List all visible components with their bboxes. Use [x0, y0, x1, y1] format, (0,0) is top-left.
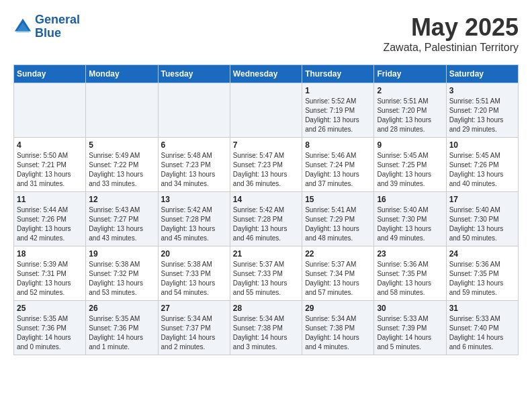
- calendar-cell: 15Sunrise: 5:41 AM Sunset: 7:29 PM Dayli…: [302, 192, 374, 246]
- day-number: 11: [17, 195, 83, 204]
- day-detail: Sunrise: 5:52 AM Sunset: 7:19 PM Dayligh…: [305, 97, 371, 134]
- day-detail: Sunrise: 5:34 AM Sunset: 7:37 PM Dayligh…: [161, 314, 227, 352]
- day-detail: Sunrise: 5:51 AM Sunset: 7:20 PM Dayligh…: [449, 97, 515, 134]
- page-header: General Blue May 2025 Zawata, Palestinia…: [13, 13, 519, 54]
- logo-icon: [13, 17, 32, 36]
- day-detail: Sunrise: 5:45 AM Sunset: 7:25 PM Dayligh…: [377, 151, 443, 189]
- calendar-cell: 8Sunrise: 5:46 AM Sunset: 7:24 PM Daylig…: [302, 138, 374, 192]
- day-number: 31: [449, 304, 515, 313]
- day-number: 3: [449, 86, 515, 95]
- day-number: 24: [449, 249, 515, 259]
- calendar-cell: 16Sunrise: 5:40 AM Sunset: 7:30 PM Dayli…: [374, 192, 446, 246]
- calendar-cell: 3Sunrise: 5:51 AM Sunset: 7:20 PM Daylig…: [446, 83, 518, 138]
- calendar-cell: [158, 83, 230, 138]
- calendar-cell: 18Sunrise: 5:39 AM Sunset: 7:31 PM Dayli…: [14, 246, 86, 301]
- day-number: 1: [305, 86, 371, 95]
- day-number: 12: [89, 195, 154, 204]
- day-detail: Sunrise: 5:40 AM Sunset: 7:30 PM Dayligh…: [449, 205, 515, 243]
- day-number: 5: [89, 140, 154, 150]
- day-number: 23: [377, 249, 443, 259]
- calendar-cell: 24Sunrise: 5:36 AM Sunset: 7:35 PM Dayli…: [446, 246, 518, 301]
- day-number: 21: [233, 249, 299, 259]
- day-header-wednesday: Wednesday: [230, 65, 302, 83]
- week-row-4: 18Sunrise: 5:39 AM Sunset: 7:31 PM Dayli…: [14, 246, 519, 301]
- calendar-cell: 11Sunrise: 5:44 AM Sunset: 7:26 PM Dayli…: [14, 192, 86, 246]
- calendar-cell: 1Sunrise: 5:52 AM Sunset: 7:19 PM Daylig…: [302, 83, 374, 138]
- day-detail: Sunrise: 5:34 AM Sunset: 7:38 PM Dayligh…: [305, 314, 371, 352]
- day-detail: Sunrise: 5:47 AM Sunset: 7:23 PM Dayligh…: [233, 151, 299, 189]
- day-number: 4: [17, 140, 83, 150]
- day-number: 14: [233, 195, 299, 204]
- calendar-cell: 21Sunrise: 5:37 AM Sunset: 7:33 PM Dayli…: [230, 246, 302, 301]
- day-detail: Sunrise: 5:36 AM Sunset: 7:35 PM Dayligh…: [377, 260, 443, 298]
- header-row: SundayMondayTuesdayWednesdayThursdayFrid…: [14, 65, 519, 83]
- day-detail: Sunrise: 5:37 AM Sunset: 7:34 PM Dayligh…: [305, 260, 371, 298]
- day-number: 13: [161, 195, 227, 204]
- day-header-monday: Monday: [86, 65, 158, 83]
- calendar-cell: 5Sunrise: 5:49 AM Sunset: 7:22 PM Daylig…: [86, 138, 158, 192]
- week-row-3: 11Sunrise: 5:44 AM Sunset: 7:26 PM Dayli…: [14, 192, 519, 246]
- day-header-sunday: Sunday: [14, 65, 86, 83]
- calendar-cell: 31Sunrise: 5:33 AM Sunset: 7:40 PM Dayli…: [446, 301, 518, 355]
- day-number: 15: [305, 195, 371, 204]
- day-detail: Sunrise: 5:51 AM Sunset: 7:20 PM Dayligh…: [377, 97, 443, 134]
- day-number: 27: [161, 304, 227, 313]
- calendar-cell: 27Sunrise: 5:34 AM Sunset: 7:37 PM Dayli…: [158, 301, 230, 355]
- day-detail: Sunrise: 5:46 AM Sunset: 7:24 PM Dayligh…: [305, 151, 371, 189]
- day-number: 8: [305, 140, 371, 150]
- day-detail: Sunrise: 5:44 AM Sunset: 7:26 PM Dayligh…: [17, 205, 83, 243]
- calendar-cell: 2Sunrise: 5:51 AM Sunset: 7:20 PM Daylig…: [374, 83, 446, 138]
- day-detail: Sunrise: 5:40 AM Sunset: 7:30 PM Dayligh…: [377, 205, 443, 243]
- day-detail: Sunrise: 5:49 AM Sunset: 7:22 PM Dayligh…: [89, 151, 154, 189]
- day-number: 20: [161, 249, 227, 259]
- day-number: 30: [377, 304, 443, 313]
- day-detail: Sunrise: 5:33 AM Sunset: 7:39 PM Dayligh…: [377, 314, 443, 352]
- calendar-cell: 12Sunrise: 5:43 AM Sunset: 7:27 PM Dayli…: [86, 192, 158, 246]
- calendar-cell: 23Sunrise: 5:36 AM Sunset: 7:35 PM Dayli…: [374, 246, 446, 301]
- day-detail: Sunrise: 5:37 AM Sunset: 7:33 PM Dayligh…: [233, 260, 299, 298]
- week-row-5: 25Sunrise: 5:35 AM Sunset: 7:36 PM Dayli…: [14, 301, 519, 355]
- day-detail: Sunrise: 5:48 AM Sunset: 7:23 PM Dayligh…: [161, 151, 227, 189]
- week-row-1: 1Sunrise: 5:52 AM Sunset: 7:19 PM Daylig…: [14, 83, 519, 138]
- day-number: 19: [89, 249, 154, 259]
- calendar-cell: 7Sunrise: 5:47 AM Sunset: 7:23 PM Daylig…: [230, 138, 302, 192]
- day-detail: Sunrise: 5:35 AM Sunset: 7:36 PM Dayligh…: [89, 314, 154, 352]
- calendar-cell: 20Sunrise: 5:38 AM Sunset: 7:33 PM Dayli…: [158, 246, 230, 301]
- day-detail: Sunrise: 5:33 AM Sunset: 7:40 PM Dayligh…: [449, 314, 515, 352]
- calendar-cell: 14Sunrise: 5:42 AM Sunset: 7:28 PM Dayli…: [230, 192, 302, 246]
- day-detail: Sunrise: 5:42 AM Sunset: 7:28 PM Dayligh…: [233, 205, 299, 243]
- day-number: 16: [377, 195, 443, 204]
- day-number: 28: [233, 304, 299, 313]
- day-detail: Sunrise: 5:38 AM Sunset: 7:32 PM Dayligh…: [89, 260, 154, 298]
- calendar-cell: 22Sunrise: 5:37 AM Sunset: 7:34 PM Dayli…: [302, 246, 374, 301]
- day-detail: Sunrise: 5:45 AM Sunset: 7:26 PM Dayligh…: [449, 151, 515, 189]
- day-number: 10: [449, 140, 515, 150]
- day-number: 22: [305, 249, 371, 259]
- day-number: 7: [233, 140, 299, 150]
- calendar-cell: 6Sunrise: 5:48 AM Sunset: 7:23 PM Daylig…: [158, 138, 230, 192]
- calendar-cell: 25Sunrise: 5:35 AM Sunset: 7:36 PM Dayli…: [14, 301, 86, 355]
- calendar-cell: [230, 83, 302, 138]
- calendar-cell: 26Sunrise: 5:35 AM Sunset: 7:36 PM Dayli…: [86, 301, 158, 355]
- day-header-tuesday: Tuesday: [158, 65, 230, 83]
- day-number: 18: [17, 249, 83, 259]
- day-header-thursday: Thursday: [302, 65, 374, 83]
- subtitle: Zawata, Palestinian Territory: [383, 42, 519, 54]
- day-number: 29: [305, 304, 371, 313]
- day-detail: Sunrise: 5:35 AM Sunset: 7:36 PM Dayligh…: [17, 314, 83, 352]
- day-header-friday: Friday: [374, 65, 446, 83]
- calendar-cell: [14, 83, 86, 138]
- calendar-cell: 13Sunrise: 5:42 AM Sunset: 7:28 PM Dayli…: [158, 192, 230, 246]
- day-detail: Sunrise: 5:38 AM Sunset: 7:33 PM Dayligh…: [161, 260, 227, 298]
- day-detail: Sunrise: 5:34 AM Sunset: 7:38 PM Dayligh…: [233, 314, 299, 352]
- day-header-saturday: Saturday: [446, 65, 518, 83]
- title-block: May 2025 Zawata, Palestinian Territory: [383, 13, 519, 54]
- calendar-cell: [86, 83, 158, 138]
- logo: General Blue: [13, 13, 80, 40]
- day-number: 6: [161, 140, 227, 150]
- calendar-cell: 10Sunrise: 5:45 AM Sunset: 7:26 PM Dayli…: [446, 138, 518, 192]
- calendar-cell: 29Sunrise: 5:34 AM Sunset: 7:38 PM Dayli…: [302, 301, 374, 355]
- day-number: 9: [377, 140, 443, 150]
- calendar-cell: 4Sunrise: 5:50 AM Sunset: 7:21 PM Daylig…: [14, 138, 86, 192]
- logo-text: General Blue: [35, 13, 80, 40]
